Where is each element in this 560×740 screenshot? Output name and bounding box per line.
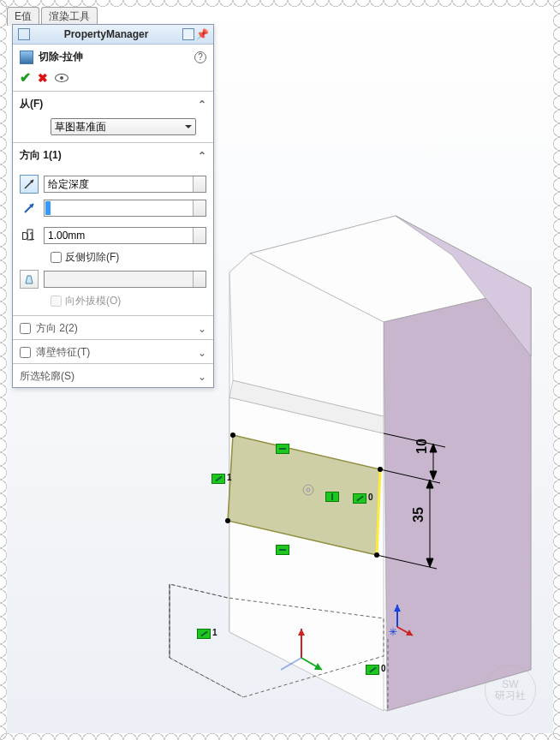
direction-vector-field[interactable]: [44, 200, 206, 217]
flip-side-checkbox[interactable]: 反侧切除(F): [51, 250, 206, 265]
relation-coincident[interactable]: [197, 629, 211, 639]
chevron-up-icon: ⌃: [198, 150, 206, 162]
chevron-down-icon: ⌄: [198, 323, 206, 335]
svg-point-11: [230, 433, 235, 438]
depth-field[interactable]: 1.00mm: [44, 227, 206, 244]
svg-point-16: [307, 488, 310, 492]
detailed-preview-icon[interactable]: [55, 74, 69, 82]
pm-tab-icon[interactable]: [18, 28, 30, 40]
pm-pin-icon[interactable]: 📌: [196, 28, 208, 40]
relation-label: 1: [212, 628, 217, 637]
pm-title-text: PropertyManager: [30, 28, 182, 40]
svg-text:✳: ✳: [389, 626, 397, 638]
relation-vertical[interactable]: [325, 492, 339, 502]
depth-icon: D1: [20, 226, 39, 245]
section-dir2-header[interactable]: 方向 2(2) ⌄: [13, 315, 213, 339]
thin-enable-checkbox[interactable]: [20, 347, 31, 358]
direction-arrow-icon[interactable]: [20, 199, 39, 218]
section-dir1-header[interactable]: 方向 1(1) ⌃: [13, 142, 213, 166]
watermark: SW 研习社: [485, 665, 536, 716]
relation-coincident[interactable]: [366, 665, 379, 675]
draft-outward-input: [51, 295, 62, 307]
svg-marker-2: [384, 288, 531, 711]
command-tabs: E值 渲染工具: [7, 7, 98, 26]
reverse-direction-icon[interactable]: [20, 175, 39, 194]
draft-outward-checkbox: 向外拔模(O): [51, 294, 206, 308]
dimension-10[interactable]: 10: [414, 439, 430, 454]
relation-label: 1: [227, 473, 232, 482]
svg-point-14: [225, 518, 230, 523]
section-contours-label: 所选轮廓(S): [20, 369, 74, 384]
draft-outward-label: 向外拔模(O): [65, 294, 121, 308]
section-from-label: 从(F): [20, 97, 43, 111]
ok-button[interactable]: ✔: [20, 69, 31, 86]
pm-keep-visible-icon[interactable]: [182, 28, 194, 40]
section-dir2-label: 方向 2(2): [36, 321, 78, 336]
draft-angle-field[interactable]: [44, 271, 206, 288]
relation-coincident[interactable]: [353, 493, 366, 504]
section-from-header[interactable]: 从(F) ⌃: [13, 91, 213, 115]
flip-side-label: 反侧切除(F): [65, 250, 119, 265]
help-icon[interactable]: ?: [194, 51, 206, 63]
section-dir1-label: 方向 1(1): [20, 148, 62, 163]
relation-label: 0: [381, 664, 386, 673]
relation-horizontal[interactable]: [276, 444, 289, 454]
section-thin-header[interactable]: 薄壁特征(T) ⌄: [13, 339, 213, 363]
cancel-button[interactable]: ✖: [38, 71, 48, 85]
chevron-up-icon: ⌃: [198, 98, 206, 110]
relation-coincident[interactable]: [211, 474, 225, 484]
section-contours-header[interactable]: 所选轮廓(S) ⌄: [13, 363, 213, 387]
chevron-down-icon: ⌄: [198, 371, 206, 383]
dimension-35[interactable]: 35: [411, 507, 426, 522]
relation-horizontal[interactable]: [276, 545, 289, 555]
pm-titlebar: PropertyManager 📌: [13, 25, 213, 45]
tab-render-tools[interactable]: 渲染工具: [41, 7, 98, 26]
section-thin-label: 薄壁特征(T): [36, 345, 90, 360]
svg-marker-54: [26, 276, 33, 283]
flip-side-input[interactable]: [51, 252, 62, 263]
draft-icon[interactable]: [20, 270, 39, 289]
chevron-down-icon: ⌄: [198, 347, 206, 359]
svg-text:D1: D1: [21, 230, 35, 242]
property-manager-panel: PropertyManager 📌 切除-拉伸 ? ✔ ✖ 从(F) ⌃ 草图基…: [12, 24, 214, 388]
dir2-enable-checkbox[interactable]: [20, 323, 31, 334]
feature-name: 切除-拉伸: [39, 50, 83, 64]
cut-extrude-icon: [20, 51, 33, 64]
tab-evaluate[interactable]: E值: [7, 7, 39, 26]
relation-label: 0: [368, 492, 373, 502]
from-dropdown[interactable]: 草图基准面: [51, 118, 196, 135]
end-condition-dropdown[interactable]: 给定深度: [44, 176, 206, 193]
